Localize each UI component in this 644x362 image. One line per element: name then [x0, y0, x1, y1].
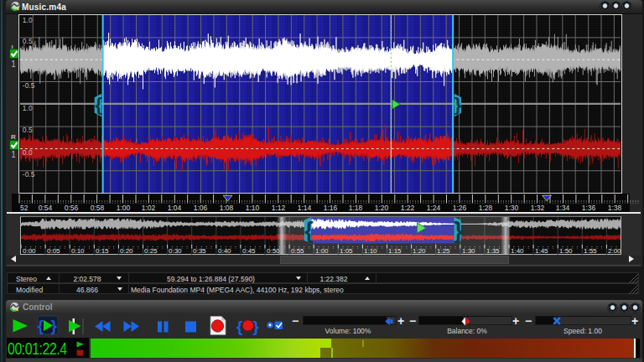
svg-text:1.0: 1.0: [23, 16, 33, 24]
svg-text:0.0: 0.0: [23, 147, 33, 156]
svg-text:0.5: 0.5: [23, 36, 33, 44]
svg-text:{: {: [236, 318, 242, 335]
svg-text:}: }: [454, 93, 462, 115]
svg-text:}: }: [454, 217, 463, 242]
svg-text:0.0: 0.0: [23, 59, 33, 67]
svg-text:-0.5: -0.5: [23, 80, 35, 89]
svg-text:{: {: [38, 317, 44, 334]
svg-text:-0.5: -0.5: [23, 170, 35, 178]
svg-text:{: {: [304, 217, 314, 242]
svg-text:1.0: 1.0: [23, 103, 33, 111]
svg-text:0.5: 0.5: [23, 126, 33, 134]
svg-text:{: {: [95, 93, 102, 115]
